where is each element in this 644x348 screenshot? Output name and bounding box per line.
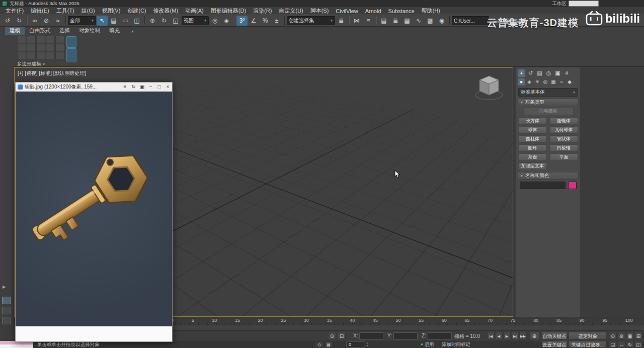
orbit-icon[interactable]: ↻ (626, 341, 634, 347)
angle-snap-icon[interactable]: ∠ (248, 16, 259, 26)
ribbon-tab-populate[interactable]: 填充 (105, 27, 124, 35)
ribbon-tool-button[interactable] (27, 36, 36, 43)
selection-filter-dropdown[interactable]: 全部 ▼ (68, 16, 96, 25)
image-window-menu-icon[interactable]: ≡ (121, 82, 129, 92)
menu-item-civilview[interactable]: CivilView (332, 8, 361, 14)
viewport-layout-tab[interactable] (2, 317, 11, 324)
select-by-name-icon[interactable]: ▤ (108, 16, 119, 26)
ribbon-tool-button[interactable] (55, 44, 64, 51)
primitive-teapot-button[interactable]: 茶壶 (519, 153, 547, 161)
workspace-dropdown[interactable] (569, 1, 599, 7)
undo-icon[interactable]: ↺ (2, 16, 13, 26)
primitive-box-button[interactable]: 长方体 (519, 117, 547, 125)
spinner-up-icon[interactable]: ▲ (366, 341, 368, 344)
next-frame-button[interactable]: ▶| (511, 332, 519, 339)
menu-item-create[interactable]: 创建(C) (124, 7, 149, 15)
use-pivot-center-icon[interactable]: ◎ (209, 16, 220, 26)
snaps-toggle-icon[interactable]: 3² (236, 16, 248, 26)
ribbon-minimize-icon[interactable]: ▼ (129, 28, 136, 35)
maxscript-mini-listener[interactable] (0, 344, 33, 348)
previous-frame-button[interactable]: ◀ (495, 332, 503, 339)
auto-key-button[interactable]: 自动关键点 (541, 332, 568, 339)
geometry-icon[interactable]: ● (518, 78, 525, 85)
image-viewer-window[interactable]: 钥匙.jpg (1200×1200像素, 159... ≡ ↻ ▣ − □ × (15, 82, 173, 342)
ribbon-tool-button[interactable] (55, 36, 64, 43)
ribbon-tool-button[interactable] (36, 36, 45, 43)
ribbon-tab-selection[interactable]: 选择 (55, 27, 74, 35)
percent-snap-icon[interactable]: % (260, 16, 271, 26)
ribbon-tool-button[interactable] (46, 52, 55, 59)
ribbon-tool-button[interactable] (27, 52, 36, 59)
primitive-cylinder-button[interactable]: 圆柱体 (519, 135, 547, 143)
primitive-geosphere-button[interactable]: 几何球体 (550, 126, 578, 134)
mirror-icon[interactable]: ⋈ (351, 16, 362, 26)
modify-tab-icon[interactable]: ↺ (527, 69, 534, 77)
menu-item-tools[interactable]: 工具(T) (53, 7, 78, 15)
schematic-view-icon[interactable]: ▩ (425, 16, 436, 26)
image-window-maximize-icon[interactable]: □ (155, 82, 164, 92)
display-tab-icon[interactable]: ▣ (554, 69, 561, 77)
y-coordinate-field[interactable] (393, 332, 418, 340)
selected-filter-dropdown[interactable]: 选定对象 (569, 332, 607, 339)
bind-to-space-warp-icon[interactable]: ≈ (52, 16, 63, 26)
menu-item-scripting[interactable]: 脚本(S) (307, 7, 333, 15)
cameras-icon[interactable]: ◎ (542, 78, 549, 85)
menu-item-edit[interactable]: 编辑(E) (27, 7, 53, 15)
grid-toggle-icon[interactable]: ▦ (325, 341, 332, 347)
create-tab-icon[interactable]: + (518, 69, 525, 77)
menu-item-graph-editors[interactable]: 图形编辑器(D) (207, 7, 250, 15)
ribbon-tool-button[interactable] (36, 52, 45, 59)
unlink-selection-icon[interactable]: ⊘ (41, 16, 52, 26)
play-button[interactable]: ▶ (503, 332, 511, 339)
geometry-category-dropdown[interactable]: 标准基本体 ▼ (518, 88, 578, 97)
object-type-rollout-header[interactable]: ▼ 对象类型 (518, 99, 579, 106)
selection-lock-icon[interactable]: ⊡ (338, 332, 346, 340)
menu-item-group[interactable]: 组(G) (78, 7, 99, 15)
go-to-start-button[interactable]: |◀ (487, 332, 495, 339)
menu-item-modifiers[interactable]: 修改器(M) (150, 7, 182, 15)
add-time-tag[interactable]: 添加时间标记 (442, 341, 470, 348)
viewcube[interactable] (472, 73, 506, 103)
selection-lock-toggle-icon[interactable]: ◇ (316, 341, 323, 347)
current-frame-field[interactable]: 0 (346, 341, 364, 347)
rendered-frame-window-icon[interactable]: ▣ (501, 16, 512, 26)
rectangular-selection-region-icon[interactable]: ▭ (120, 16, 131, 26)
expand-panel-icon[interactable]: ▶ (3, 285, 6, 289)
object-name-field[interactable] (520, 182, 566, 189)
primitive-plane-button[interactable]: 平面 (550, 153, 578, 161)
ribbon-tool-button-active[interactable] (66, 48, 76, 62)
toggle-scene-explorer-icon[interactable]: ▤ (378, 16, 389, 26)
primitive-tube-button[interactable]: 管状体 (550, 135, 578, 143)
viewport-layout-tab[interactable] (2, 307, 11, 314)
render-production-icon[interactable]: ☕ (513, 16, 524, 26)
zoom-icon[interactable]: ⊙ (609, 332, 617, 339)
go-to-end-button[interactable]: ▶▶ (519, 332, 527, 339)
space-warps-icon[interactable]: ≈ (558, 78, 565, 85)
redo-icon[interactable]: ↻ (14, 16, 25, 26)
named-selection-sets-dropdown[interactable]: 创建选择集 ▼ (287, 16, 335, 25)
render-setup-icon[interactable]: ☕ (490, 16, 501, 26)
primitive-torus-button[interactable]: 圆环 (519, 144, 547, 152)
align-icon[interactable]: ≡ (363, 16, 374, 26)
key-filters-button[interactable]: 关键点过滤器... (569, 341, 607, 347)
hierarchy-tab-icon[interactable]: ▤ (536, 69, 543, 77)
menu-item-substance[interactable]: Substance (385, 8, 418, 14)
select-and-link-icon[interactable]: ∞ (29, 16, 40, 26)
menu-item-file[interactable]: 文件(F) (2, 7, 27, 15)
set-key-mode-button[interactable]: 设置关键点 (541, 341, 568, 347)
primitive-textplus-button[interactable]: 加强型文本 (519, 162, 547, 170)
zoom-region-icon[interactable]: ◲ (609, 341, 617, 347)
ribbon-tool-button[interactable] (17, 52, 26, 59)
window-crossing-icon[interactable]: ◫ (131, 16, 142, 26)
viewport-layout-tab[interactable] (2, 297, 11, 304)
ribbon-tool-button[interactable] (17, 36, 26, 43)
shapes-icon[interactable]: ◈ (526, 78, 533, 85)
pan-icon[interactable]: ↔ (617, 341, 625, 347)
ribbon-tool-button[interactable] (36, 44, 45, 51)
select-and-manipulate-icon[interactable]: ◈ (221, 16, 232, 26)
x-coordinate-field[interactable] (359, 332, 383, 340)
name-color-rollout-header[interactable]: ▼ 名称和颜色 (518, 172, 579, 180)
image-window-minimize-icon[interactable]: − (146, 82, 155, 92)
motion-tab-icon[interactable]: ◎ (545, 69, 552, 77)
menu-item-views[interactable]: 视图(V) (99, 7, 124, 15)
